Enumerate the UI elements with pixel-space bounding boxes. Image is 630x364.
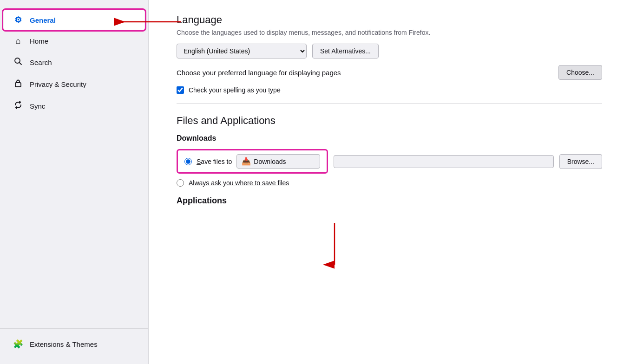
download-path-input[interactable] (334, 155, 553, 168)
sidebar-label-sync: Sync (30, 102, 45, 110)
search-icon (13, 57, 23, 68)
preferred-language-row: Choose your preferred language for displ… (177, 65, 602, 80)
svg-line-1 (20, 63, 22, 65)
downloads-row: Save files to 📥 Downloads Browse... (177, 149, 602, 174)
puzzle-icon: 🧩 (13, 339, 23, 349)
save-files-box: Save files to 📥 Downloads (177, 149, 328, 174)
sidebar-label-privacy: Privacy & Security (30, 80, 86, 88)
lock-icon (13, 79, 23, 90)
sidebar-item-sync[interactable]: Sync (4, 96, 144, 116)
language-select-group: English (United States) Set Alternatives… (177, 44, 602, 58)
sidebar-item-general[interactable]: ⚙ General (4, 10, 144, 30)
spell-check-row: Check your spelling as you type (177, 86, 602, 94)
main-content: Language Choose the languages used to di… (149, 0, 630, 364)
sync-icon (13, 101, 23, 111)
save-files-radio[interactable] (184, 158, 192, 165)
sidebar-label-extensions: Extensions & Themes (30, 340, 98, 348)
folder-icon: 📥 (242, 157, 251, 166)
downloads-label: Downloads (177, 134, 602, 143)
gear-icon: ⚙ (13, 15, 23, 25)
preferred-language-label: Choose your preferred language for displ… (177, 69, 341, 77)
language-section-title: Language (177, 14, 602, 26)
choose-language-button[interactable]: Choose... (558, 65, 602, 80)
always-ask-row: Always ask you where to save files (177, 179, 602, 187)
sidebar-label-search: Search (30, 58, 52, 66)
always-ask-label: Always ask you where to save files (189, 179, 289, 187)
svg-rect-2 (15, 83, 21, 87)
sidebar-item-search[interactable]: Search (4, 52, 144, 72)
sidebar-label-general: General (30, 16, 56, 24)
sidebar-item-extensions[interactable]: 🧩 Extensions & Themes (4, 334, 144, 354)
always-ask-radio[interactable] (177, 179, 184, 187)
set-alternatives-button[interactable]: Set Alternatives... (312, 44, 379, 58)
spell-check-checkbox[interactable] (177, 86, 184, 94)
browse-button[interactable]: Browse... (559, 154, 602, 169)
save-files-label: Save files to (197, 158, 232, 165)
applications-title: Applications (177, 196, 602, 206)
files-section-title: Files and Applications (177, 115, 602, 127)
section-divider (177, 103, 602, 104)
sidebar-item-privacy[interactable]: Privacy & Security (4, 74, 144, 94)
folder-input[interactable]: 📥 Downloads (236, 154, 320, 169)
sidebar-label-home: Home (30, 37, 48, 45)
sidebar: ⚙ General ⌂ Home Search (0, 0, 149, 364)
language-section-subtitle: Choose the languages used to display men… (177, 29, 602, 36)
language-select[interactable]: English (United States) (177, 44, 307, 58)
folder-name: Downloads (254, 158, 286, 165)
spell-check-label: Check your spelling as you type (189, 86, 281, 94)
sidebar-item-home[interactable]: ⌂ Home (4, 32, 144, 51)
home-icon: ⌂ (13, 36, 23, 46)
